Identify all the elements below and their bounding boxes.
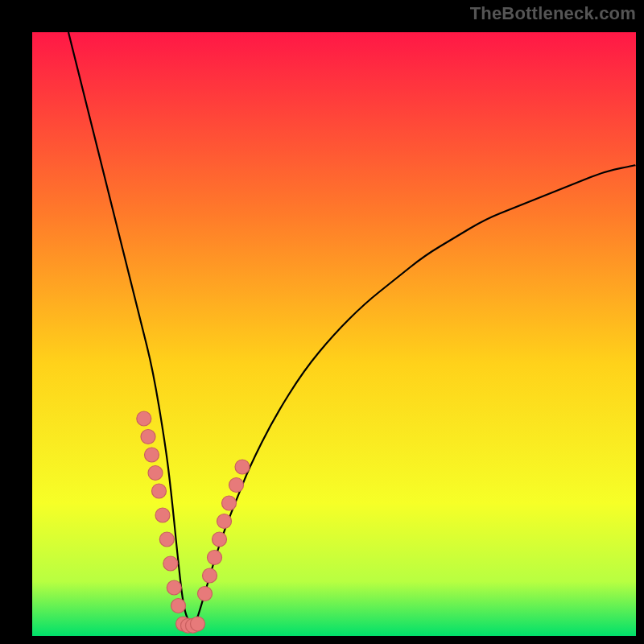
sample-dot: [171, 599, 186, 613]
sample-dot: [222, 496, 237, 510]
sample-dot: [203, 568, 217, 583]
sample-dot: [148, 466, 163, 481]
sample-dot: [155, 508, 170, 522]
chart-frame: TheBottleneck.com: [0, 0, 644, 644]
watermark-text: TheBottleneck.com: [470, 3, 636, 24]
sample-dot: [217, 514, 232, 529]
sample-dot: [145, 448, 159, 462]
sample-dot: [213, 532, 227, 547]
sample-dot: [152, 484, 167, 498]
sample-dot: [167, 580, 181, 595]
sample-dot: [208, 551, 222, 565]
bottleneck-plot: [32, 32, 636, 636]
sample-dot: [229, 478, 244, 493]
sample-dot: [163, 556, 178, 571]
sample-dot: [198, 587, 213, 601]
sample-dot: [235, 460, 250, 474]
sample-dot: [137, 411, 151, 426]
sample-dot: [159, 532, 174, 547]
sample-dot: [191, 617, 205, 631]
sample-dot: [141, 430, 155, 444]
